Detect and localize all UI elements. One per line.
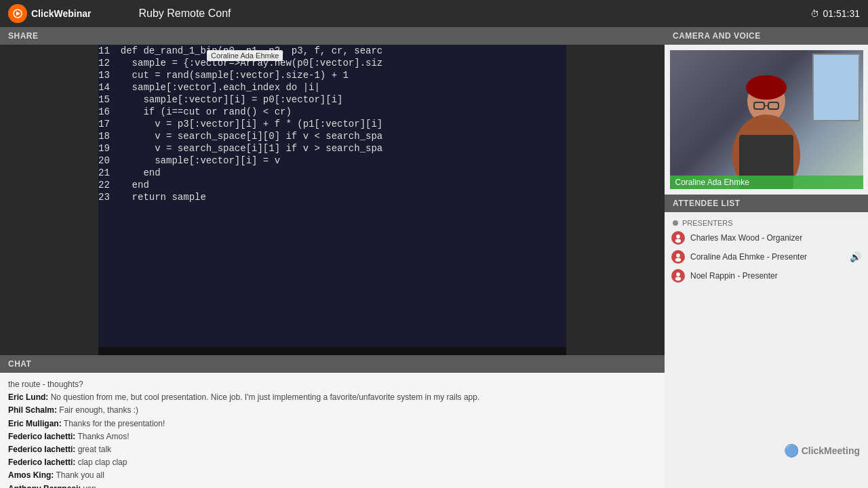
logo-text: ClickWebinar — [31, 8, 91, 19]
line-code: return sample — [121, 191, 566, 203]
code-line: 12 sample = {:vector=>Array.new(p0[:vect… — [98, 57, 566, 69]
chat-section: CHAT the route - thoughts?Eric Lund: No … — [0, 355, 665, 488]
code-line: 17 v = p3[:vector][i] + f * (p1[:vector]… — [98, 118, 566, 130]
svg-point-11 — [676, 253, 680, 258]
presenters-label: PRESENTERS — [682, 219, 733, 227]
chat-text: great talk — [75, 445, 111, 454]
svg-point-13 — [676, 272, 680, 277]
svg-point-12 — [675, 258, 681, 262]
attendee-list: PRESENTERS Charles Max Wood - OrganizerC… — [665, 212, 868, 289]
logo: ClickWebinar — [8, 4, 91, 23]
camera-view: Coraline Ada Ehmke — [670, 50, 863, 189]
clickmeeting-logo-text: ClickMeeting — [802, 445, 860, 456]
chat-sender: Anthony Bargnesi: — [8, 484, 81, 489]
chat-text: Thanks Amos! — [75, 432, 129, 441]
chat-text: Thank you all — [54, 470, 104, 480]
chat-text: the route - thoughts? — [8, 380, 83, 389]
chat-message: Federico Iachetti: clap clap clap — [8, 456, 656, 469]
topbar-right: ⏱ 01:51:31 — [810, 8, 861, 19]
code-line: 21 end — [98, 167, 566, 179]
left-panel: SHARE Coraline Ada Ehmke 11def de_rand_1… — [0, 27, 665, 488]
line-number: 13 — [98, 69, 121, 81]
attendee-row: Charles Max Wood - Organizer — [665, 228, 868, 247]
camera-header: CAMERA AND VOICE — [665, 27, 868, 45]
svg-point-14 — [675, 277, 681, 281]
attendee-row: Noel Rappin - Presenter — [665, 266, 868, 285]
logo-svg — [12, 8, 23, 19]
line-number: 16 — [98, 106, 121, 118]
svg-marker-1 — [16, 12, 20, 16]
chat-message: Federico Iachetti: great talk — [8, 443, 656, 456]
bullet-dot — [673, 220, 678, 226]
code-line: 14 sample[:vector].each_index do |i| — [98, 81, 566, 94]
chat-text: Thanks for the presentation! — [62, 419, 165, 428]
line-code: if (i==cut or rand() < cr) — [121, 106, 566, 118]
code-line: 15 sample[:vector][i] = p0[:vector][i] — [98, 94, 566, 106]
code-line: 22 end — [98, 179, 566, 191]
chat-sender: Federico Iachetti: — [8, 432, 75, 441]
chat-text: Fair enough, thanks :) — [57, 405, 138, 415]
code-body: 11def de_rand_1_bin(p0, p1, p2, p3, f, c… — [98, 45, 566, 203]
share-header: SHARE — [0, 27, 665, 45]
chat-text: yep — [81, 484, 96, 489]
line-code: sample[:vector][i] = p0[:vector][i] — [121, 94, 566, 106]
code-line: 11def de_rand_1_bin(p0, p1, p2, p3, f, c… — [98, 45, 566, 57]
attendee-header: ATTENDEE LIST — [665, 195, 868, 212]
attendee-name: Noel Rappin - Presenter — [690, 271, 861, 281]
attendee-section: ATTENDEE LIST PRESENTERS Charles Max Woo… — [665, 195, 868, 342]
camera-name-badge: Coraline Ada Ehmke — [670, 176, 863, 189]
camera-bg — [670, 50, 863, 189]
chat-sender: Federico Iachetti: — [8, 458, 75, 467]
chat-message: Eric Mulligan: Thanks for the presentati… — [8, 418, 656, 430]
right-panel: CAMERA AND VOICE — [665, 27, 868, 488]
logo-icon — [8, 4, 27, 23]
line-code: cut = rand(sample[:vector].size-1) + 1 — [121, 69, 566, 81]
chat-message: Anthony Bargnesi: yep — [8, 483, 656, 489]
line-code: end — [121, 179, 566, 191]
code-bottom-bar — [98, 347, 566, 355]
time-display: 01:51:31 — [823, 8, 861, 19]
line-number: 19 — [98, 142, 121, 155]
top-bar: ClickWebinar Ruby Remote Conf ⏱ 01:51:31 — [0, 0, 868, 27]
code-line: 18 v = search_space[i][0] if v < search_… — [98, 130, 566, 142]
line-code: end — [121, 167, 566, 179]
share-content: Coraline Ada Ehmke 11def de_rand_1_bin(p… — [0, 45, 665, 355]
chat-sender: Federico Iachetti: — [8, 445, 75, 454]
chat-text: No question from me, but cool presentati… — [48, 392, 479, 402]
attendee-name: Coraline Ada Ehmke - Presenter — [690, 252, 844, 262]
avatar — [671, 269, 685, 283]
presenter-video — [719, 74, 814, 189]
svg-point-5 — [746, 75, 787, 100]
line-number: 18 — [98, 130, 121, 142]
code-line: 13 cut = rand(sample[:vector].size-1) + … — [98, 69, 566, 81]
topbar-left: ClickWebinar Ruby Remote Conf — [8, 4, 231, 23]
chat-header: CHAT — [0, 355, 665, 373]
line-number: 15 — [98, 94, 121, 106]
clickmeeting-logo-icon: 🔵 — [784, 443, 799, 458]
code-table: 11def de_rand_1_bin(p0, p1, p2, p3, f, c… — [98, 45, 566, 203]
line-number: 21 — [98, 167, 121, 179]
chat-sender: Eric Lund: — [8, 392, 48, 402]
chat-message: the route - thoughts? — [8, 378, 656, 391]
line-number: 17 — [98, 118, 121, 130]
attendee-row: Coraline Ada Ehmke - Presenter🔊 — [665, 247, 868, 266]
line-number: 20 — [98, 155, 121, 167]
main-layout: SHARE Coraline Ada Ehmke 11def de_rand_1… — [0, 27, 868, 488]
chat-text: clap clap clap — [75, 458, 127, 467]
speaker-icon: 🔊 — [850, 251, 861, 262]
conf-title: Ruby Remote Conf — [138, 7, 231, 20]
clock-icon: ⏱ — [810, 9, 819, 19]
code-display: Coraline Ada Ehmke 11def de_rand_1_bin(p… — [98, 45, 566, 355]
chat-message: Amos King: Thank you all — [8, 469, 656, 482]
chat-sender: Eric Mulligan: — [8, 419, 62, 428]
code-line: 23 return sample — [98, 191, 566, 203]
avatar — [671, 250, 685, 264]
line-code: sample[:vector][i] = v — [121, 155, 566, 167]
chat-message: Eric Lund: No question from me, but cool… — [8, 391, 656, 404]
line-code: v = search_space[i][1] if v > search_spa — [121, 142, 566, 155]
line-number: 14 — [98, 81, 121, 94]
line-number: 22 — [98, 179, 121, 191]
code-line: 20 sample[:vector][i] = v — [98, 155, 566, 167]
chat-messages[interactable]: the route - thoughts?Eric Lund: No quest… — [0, 373, 665, 488]
line-number: 12 — [98, 57, 121, 69]
